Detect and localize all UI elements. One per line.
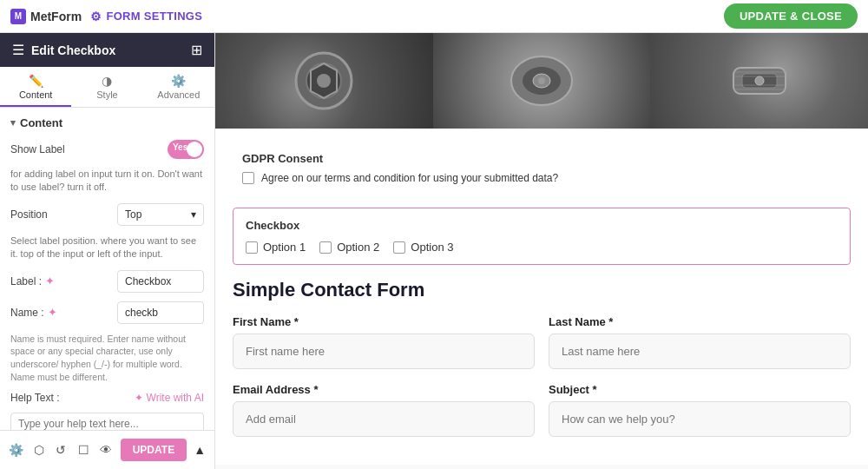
settings-tool-icon[interactable]: ⚙️ [9, 438, 24, 462]
sparkle-icon-2: ✦ [48, 306, 57, 319]
metform-logo: M MetForm [10, 9, 82, 24]
top-bar-left: M MetForm ⚙ FORM SETTINGS [10, 9, 202, 24]
help-text-label: Help Text : [10, 392, 59, 404]
gdpr-title: GDPR Consent [242, 152, 841, 165]
sidebar-header: ☰ Edit Checkbox ⊞ [0, 33, 214, 67]
ai-icon: ✦ [135, 392, 143, 404]
subject-input[interactable] [549, 401, 851, 437]
gdpr-row: Agree on our terms and condition for usi… [242, 172, 841, 184]
preview-images [215, 33, 868, 129]
first-name-input[interactable] [233, 334, 535, 369]
label-field-row: Label : ✦ [10, 270, 204, 293]
label-field-label: Label : [10, 275, 42, 287]
copy-tool-icon[interactable]: ☐ [76, 438, 91, 462]
preview-image-3 [650, 33, 868, 129]
last-name-field: Last Name * [549, 315, 851, 369]
content-section-title: Content [20, 116, 62, 129]
position-hint: Select label position. where you want to… [10, 234, 204, 261]
tab-style-label: Style [96, 89, 117, 100]
position-row: Position Top ▾ [10, 203, 204, 226]
hamburger-icon[interactable]: ☰ [12, 42, 24, 58]
option-1-checkbox[interactable] [246, 241, 258, 254]
position-dropdown[interactable]: Top ▾ [117, 203, 204, 226]
checkbox-options: Option 1 Option 2 Option 3 [246, 241, 838, 254]
metform-logo-text: MetForm [30, 10, 82, 23]
chevron-up-icon[interactable]: ▲ [194, 443, 206, 457]
subject-label: Subject * [549, 383, 851, 396]
label-input[interactable] [117, 270, 204, 293]
first-name-field: First Name * [233, 315, 535, 369]
tab-advanced[interactable]: ⚙️ Advanced [143, 67, 214, 107]
hardware-svg-3 [720, 46, 799, 116]
position-field-label: Position [10, 208, 48, 221]
metform-logo-icon: M [10, 9, 26, 24]
hardware-svg-2 [498, 46, 585, 116]
chevron-down-icon: ▾ [191, 208, 196, 221]
preview-image-2 [433, 33, 651, 129]
write-with-ai-text: Write with AI [147, 392, 204, 404]
svg-point-7 [538, 77, 545, 84]
show-label-row: Show Label Yes [10, 140, 204, 159]
contact-form-title: Simple Contact Form [233, 279, 851, 301]
email-input[interactable] [233, 401, 535, 437]
email-field: Email Address * [233, 383, 535, 437]
content-area: GDPR Consent Agree on our terms and cond… [215, 33, 868, 469]
email-label: Email Address * [233, 383, 535, 396]
pencil-icon: ✏️ [3, 74, 68, 88]
option-3-checkbox[interactable] [393, 241, 405, 254]
option-2-checkbox[interactable] [319, 241, 332, 254]
gear-icon: ⚙ [90, 10, 102, 23]
last-name-label: Last Name * [549, 315, 851, 328]
update-close-button[interactable]: UPDATE & CLOSE [724, 3, 858, 29]
layers-tool-icon[interactable]: ⬡ [31, 438, 47, 462]
name-field-row: Name : ✦ [10, 301, 204, 324]
hardware-svg-1 [289, 46, 358, 116]
form-settings-label: FORM SETTINGS [106, 10, 202, 23]
form-preview: GDPR Consent Agree on our terms and cond… [215, 129, 868, 465]
checkbox-section-title: Checkbox [246, 219, 838, 232]
tab-style[interactable]: ◑ Style [71, 67, 142, 107]
checkbox-option-3: Option 3 [393, 241, 453, 254]
option-1-label: Option 1 [263, 241, 306, 254]
tab-content[interactable]: ✏️ Content [0, 67, 71, 107]
position-value: Top [125, 208, 141, 221]
top-bar: M MetForm ⚙ FORM SETTINGS UPDATE & CLOSE [0, 0, 868, 33]
show-label-toggle[interactable]: Yes [168, 140, 204, 159]
sidebar-content: ▾ Content Show Label Yes for adding labe… [0, 108, 214, 430]
preview-image-1 [215, 33, 433, 129]
main-layout: ☰ Edit Checkbox ⊞ ✏️ Content ◑ Style ⚙️ … [0, 33, 868, 469]
section-arrow-icon: ▾ [10, 117, 16, 129]
first-name-label: First Name * [233, 315, 535, 328]
write-with-ai-link[interactable]: ✦ Write with AI [135, 392, 204, 404]
checkbox-option-2: Option 2 [319, 241, 379, 254]
show-label-hint: for adding label on input turn it on. Do… [10, 168, 204, 195]
tab-content-label: Content [19, 89, 53, 100]
update-button[interactable]: UPDATE [121, 439, 187, 461]
content-section-header: ▾ Content [10, 116, 204, 129]
history-tool-icon[interactable]: ↺ [53, 438, 69, 462]
sidebar-title: Edit Checkbox [31, 43, 115, 57]
advanced-icon: ⚙️ [147, 74, 211, 88]
name-field-label: Name : [10, 307, 44, 319]
toggle-track: Yes [168, 140, 204, 159]
help-text-input[interactable] [10, 413, 204, 430]
subject-field: Subject * [549, 383, 851, 437]
preview-tool-icon[interactable]: 👁 [98, 438, 114, 462]
form-settings-link[interactable]: ⚙ FORM SETTINGS [90, 10, 202, 23]
tab-advanced-label: Advanced [157, 89, 200, 100]
label-field-label-container: Label : ✦ [10, 274, 55, 287]
gdpr-section: GDPR Consent Agree on our terms and cond… [233, 142, 851, 194]
svg-point-10 [755, 76, 764, 85]
option-2-label: Option 2 [337, 241, 379, 254]
option-3-label: Option 3 [411, 241, 453, 254]
gdpr-checkbox[interactable] [242, 172, 254, 184]
checkbox-section: Checkbox Option 1 Option 2 Option 3 [233, 208, 851, 265]
sidebar-header-left: ☰ Edit Checkbox [12, 42, 115, 58]
sidebar: ☰ Edit Checkbox ⊞ ✏️ Content ◑ Style ⚙️ … [0, 33, 215, 469]
last-name-input[interactable] [549, 334, 851, 369]
name-field-hint: Name is must required. Enter name withou… [10, 333, 204, 384]
gdpr-text: Agree on our terms and condition for usi… [261, 172, 558, 184]
sidebar-bottom-toolbar: ⚙️ ⬡ ↺ ☐ 👁 UPDATE ▲ [0, 430, 214, 469]
name-input[interactable] [117, 301, 204, 324]
grid-icon[interactable]: ⊞ [191, 42, 202, 58]
